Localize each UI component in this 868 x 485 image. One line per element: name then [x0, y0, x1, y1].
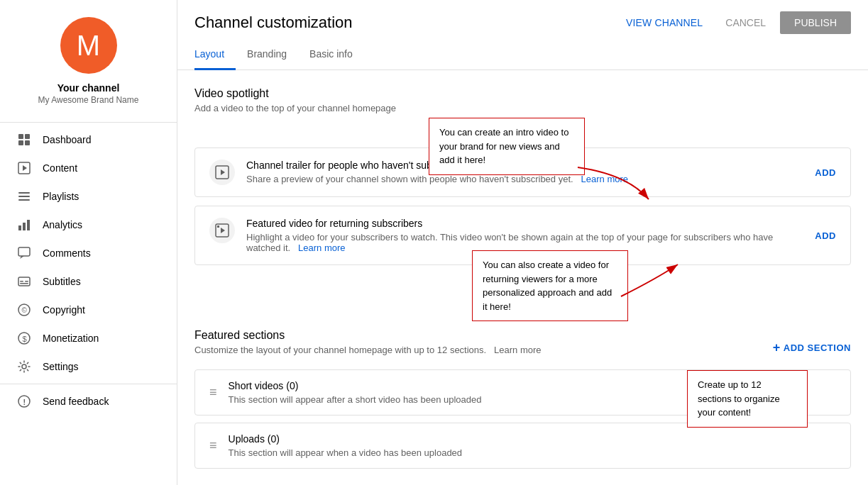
channel-brand: My Awesome Brand Name	[38, 95, 139, 105]
short-videos-drag-handle[interactable]: ≡	[209, 385, 217, 400]
tooltip-2-arrow	[614, 257, 685, 300]
channel-trailer-desc: Share a preview of your channel shown wi…	[246, 174, 803, 184]
video-spotlight-title: Video spotlight	[194, 87, 851, 100]
svg-rect-2	[18, 140, 23, 145]
svg-rect-10	[23, 223, 26, 230]
sidebar-nav: Dashboard Content Playlists Analytics Co	[0, 126, 177, 416]
sidebar-item-analytics[interactable]: Analytics	[0, 211, 177, 239]
svg-marker-27	[221, 169, 225, 175]
channel-trailer-icon	[209, 160, 235, 185]
svg-marker-29	[221, 228, 225, 233]
svg-marker-5	[23, 165, 27, 171]
sidebar-item-label-copyright: Copyright	[43, 304, 85, 316]
featured-video-body: Featured video for returning subscribers…	[246, 218, 803, 253]
sidebar-item-playlists[interactable]: Playlists	[0, 182, 177, 211]
short-videos-section-card: ≡ Short videos (0) This section will app…	[194, 369, 851, 416]
uploads-drag-handle[interactable]: ≡	[209, 438, 217, 453]
page-title: Channel customization	[194, 13, 353, 32]
sidebar-item-settings[interactable]: Settings	[0, 352, 177, 381]
page-header: Channel customization VIEW CHANNEL CANCE…	[177, 0, 868, 34]
sidebar: M Your channel My Awesome Brand Name Das…	[0, 0, 177, 485]
sidebar-divider	[0, 122, 177, 123]
featured-sections-desc: Customize the layout of your channel hom…	[194, 345, 542, 355]
svg-text:$: $	[23, 335, 27, 343]
play-icon	[17, 161, 31, 175]
sidebar-item-label-dashboard: Dashboard	[43, 134, 92, 145]
svg-rect-6	[18, 192, 30, 194]
featured-video-card: Featured video for returning subscribers…	[194, 206, 851, 265]
sidebar-item-label-playlists: Playlists	[43, 191, 79, 202]
svg-rect-8	[18, 199, 30, 201]
tooltip-1: You can create an intro video to your br…	[429, 118, 585, 175]
uploads-section-card: ≡ Uploads (0) This section will appear w…	[194, 423, 851, 469]
featured-sections-learn-more[interactable]: Learn more	[494, 345, 541, 355]
tooltip-1-arrow	[571, 160, 656, 203]
sidebar-item-label-send-feedback: Send feedback	[43, 396, 109, 407]
svg-rect-11	[27, 220, 30, 230]
sidebar-item-subtitles[interactable]: Subtitles	[0, 267, 177, 296]
sidebar-divider-2	[0, 384, 177, 384]
feedback-icon: !	[17, 394, 31, 408]
sidebar-item-comments[interactable]: Comments	[0, 239, 177, 267]
cancel-button[interactable]: CANCEL	[717, 11, 774, 34]
svg-rect-16	[25, 281, 28, 282]
uploads-title: Uploads (0)	[229, 433, 836, 445]
tab-basic-info[interactable]: Basic info	[298, 40, 364, 70]
comment-icon	[17, 246, 31, 260]
sidebar-item-label-content: Content	[43, 162, 77, 174]
header-actions: VIEW CHANNEL CANCEL PUBLISH	[617, 11, 851, 34]
channel-trailer-add-button[interactable]: ADD	[815, 165, 836, 181]
plus-icon: +	[773, 340, 781, 355]
sidebar-item-dashboard[interactable]: Dashboard	[0, 126, 177, 154]
sidebar-item-label-monetization: Monetization	[43, 333, 99, 344]
sidebar-item-label-analytics: Analytics	[43, 219, 82, 230]
svg-rect-9	[18, 225, 21, 230]
svg-rect-15	[20, 281, 23, 282]
publish-button[interactable]: PUBLISH	[780, 11, 851, 34]
tab-branding[interactable]: Branding	[236, 40, 298, 70]
svg-rect-0	[18, 134, 23, 139]
copyright-icon: ©	[17, 303, 31, 317]
main-content: Channel customization VIEW CHANNEL CANCE…	[177, 0, 868, 485]
featured-sections-title: Featured sections	[194, 329, 542, 342]
svg-rect-3	[25, 140, 30, 145]
svg-text:©: ©	[22, 306, 28, 314]
uploads-body: Uploads (0) This section will appear whe…	[229, 433, 836, 458]
featured-video-add-button[interactable]: ADD	[815, 228, 836, 244]
video-spotlight-section: Video spotlight Add a video to the top o…	[194, 87, 851, 265]
avatar: M	[60, 17, 117, 74]
featured-video-title: Featured video for returning subscribers	[246, 218, 803, 229]
featured-video-learn-more[interactable]: Learn more	[298, 242, 345, 253]
svg-point-22	[22, 364, 26, 369]
sidebar-item-label-settings: Settings	[43, 361, 79, 372]
subtitles-icon	[17, 274, 31, 289]
add-section-button[interactable]: + ADD SECTION	[773, 340, 851, 355]
featured-sections-header: Featured sections Customize the layout o…	[194, 329, 851, 367]
sidebar-item-send-feedback[interactable]: ! Send feedback	[0, 387, 177, 416]
sidebar-item-monetization[interactable]: $ Monetization	[0, 324, 177, 352]
content-area: Video spotlight Add a video to the top o…	[177, 70, 868, 485]
video-spotlight-desc: Add a video to the top of your channel h…	[194, 103, 851, 113]
featured-video-icon	[209, 218, 235, 243]
bar-chart-icon	[17, 218, 31, 232]
sidebar-item-content[interactable]: Content	[0, 154, 177, 182]
tab-layout[interactable]: Layout	[194, 40, 236, 70]
grid-icon	[17, 133, 31, 147]
svg-rect-30	[217, 225, 219, 228]
list-icon	[17, 189, 31, 204]
featured-sections-section: Featured sections Customize the layout o…	[194, 329, 851, 469]
svg-rect-17	[20, 283, 28, 284]
svg-text:!: !	[23, 398, 26, 406]
svg-rect-12	[18, 247, 30, 256]
svg-rect-7	[18, 196, 30, 197]
tooltip-3: Create up to 12 sections to organize you…	[687, 370, 808, 428]
tooltip-2: You can also create a video for returnin…	[472, 250, 628, 321]
gear-icon	[17, 359, 31, 374]
svg-rect-1	[25, 134, 30, 139]
sidebar-item-label-subtitles: Subtitles	[43, 276, 81, 287]
tabs-bar: Layout Branding Basic info	[177, 40, 868, 70]
channel-name: Your channel	[57, 82, 120, 94]
uploads-desc: This section will appear when a video ha…	[229, 447, 836, 458]
view-channel-button[interactable]: VIEW CHANNEL	[617, 11, 711, 34]
sidebar-item-copyright[interactable]: © Copyright	[0, 296, 177, 324]
